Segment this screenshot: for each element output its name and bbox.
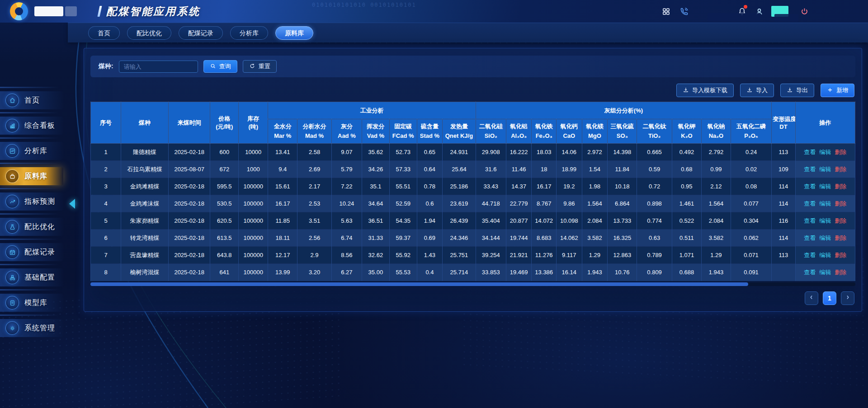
edit-link[interactable]: 编辑 [819, 217, 831, 224]
sidebar-item-analysis-library[interactable]: 分析库 [0, 142, 63, 160]
sub-col-line1: 固定碳 [391, 122, 416, 131]
delete-link[interactable]: 删除 [835, 183, 846, 190]
sub-col-line1: 五氧化二磷 [732, 122, 770, 131]
apps-grid-icon[interactable] [660, 5, 672, 17]
view-link[interactable]: 查看 [804, 183, 816, 190]
tab-coal-blending-records[interactable]: 配煤记录 [179, 26, 223, 40]
cell-value: 0.24 [731, 144, 771, 161]
cell-value: 21.921 [506, 247, 532, 264]
prev-page-button[interactable] [805, 291, 818, 305]
sidebar-item-ratio-optimization[interactable]: 配比优化 [0, 218, 63, 236]
edit-link[interactable]: 编辑 [819, 149, 831, 155]
edit-link[interactable]: 编辑 [819, 166, 831, 173]
cell-value: 35.62 [362, 144, 389, 161]
view-link[interactable]: 查看 [804, 269, 816, 276]
sidebar-item-material-library[interactable]: 原料库 [0, 167, 63, 185]
horizontal-scrollbar-track[interactable] [90, 282, 855, 286]
reset-button[interactable]: 重置 [243, 60, 277, 73]
col-header: 库存(吨) [239, 102, 268, 144]
tab-material-library[interactable]: 原料库 [275, 26, 313, 40]
sub-col-line1: 氧化钠 [703, 122, 730, 131]
view-link[interactable]: 查看 [804, 149, 816, 155]
sidebar-item-home[interactable]: 首页 [0, 91, 63, 109]
user-icon[interactable] [753, 5, 765, 17]
view-link[interactable]: 查看 [804, 166, 816, 173]
phone-icon[interactable] [678, 5, 690, 17]
cell-deformation-temp: 109 [772, 161, 795, 178]
sidebar-item-basic-config[interactable]: 基础配置 [0, 268, 63, 286]
delete-link[interactable]: 删除 [835, 217, 846, 224]
sidebar-item-indicator-forecast[interactable]: 指标预测 [0, 192, 63, 211]
bell-icon[interactable] [736, 5, 748, 17]
import-button[interactable]: 导入 [740, 84, 774, 97]
page-number-button[interactable]: 1 [823, 291, 836, 305]
power-icon[interactable] [798, 5, 810, 17]
delete-link[interactable]: 删除 [835, 200, 846, 207]
delete-link[interactable]: 删除 [835, 234, 846, 241]
sidebar-collapse-arrow[interactable] [69, 199, 75, 209]
cell-value: 0.68 [672, 161, 701, 178]
sub-col-line2: Na₂O [703, 131, 730, 141]
cell-value: 0.665 [637, 144, 672, 161]
edit-link[interactable]: 编辑 [819, 200, 831, 207]
next-page-button[interactable] [841, 291, 854, 305]
query-button[interactable]: 查询 [203, 60, 237, 73]
view-link[interactable]: 查看 [804, 217, 816, 224]
sidebar-item-system-management[interactable]: 系统管理 [0, 319, 63, 337]
cell-value: 9.117 [556, 247, 582, 264]
sub-col-line2: K₂O [673, 131, 700, 141]
delete-link[interactable]: 删除 [835, 149, 846, 155]
edit-link[interactable]: 编辑 [819, 252, 831, 258]
cell-value: 5.63 [331, 212, 362, 230]
cell-value: 22.779 [506, 195, 532, 212]
sidebar-item-label: 原料库 [24, 172, 47, 181]
import-template-download-button[interactable]: 导入模板下载 [676, 84, 734, 97]
add-new-button[interactable]: 新增 [821, 84, 854, 97]
cell-value: 54.35 [389, 212, 417, 230]
cell-value: 12.863 [608, 247, 637, 264]
cell-value: 3.582 [582, 230, 608, 247]
cell-value: 11.84 [608, 161, 637, 178]
view-link[interactable]: 查看 [804, 234, 816, 241]
sidebar-item-model-library[interactable]: 模型库 [0, 294, 63, 312]
download-icon [787, 87, 793, 94]
cell-value: 6.864 [608, 195, 637, 212]
delete-link[interactable]: 删除 [835, 269, 846, 276]
view-link[interactable]: 查看 [804, 200, 816, 207]
cell-value: 9.07 [331, 144, 362, 161]
home-icon [5, 94, 19, 107]
tab-analysis-library[interactable]: 分析库 [230, 26, 268, 40]
col-header-line2: (元/吨) [211, 123, 237, 131]
coal-type-input[interactable] [119, 61, 198, 73]
cell-price: 530.5 [210, 195, 239, 212]
cell-seq: 8 [91, 264, 121, 281]
delete-link[interactable]: 删除 [835, 252, 846, 258]
edit-link[interactable]: 编辑 [819, 269, 831, 276]
cell-value: 16.17 [268, 195, 297, 212]
horizontal-scrollbar-thumb[interactable] [90, 282, 748, 286]
cell-value: 16.325 [608, 230, 637, 247]
sub-col-line2: FCad % [391, 131, 416, 141]
tab-home[interactable]: 首页 [88, 26, 120, 40]
cell-value: 2.12 [701, 178, 731, 195]
sidebar-item-coal-blending-records[interactable]: 配煤记录 [0, 243, 63, 261]
col-header: 煤种 [121, 102, 169, 144]
cell-value: 18 [532, 161, 557, 178]
edit-link[interactable]: 编辑 [819, 234, 831, 241]
cell-value: 6.74 [331, 230, 362, 247]
edit-link[interactable]: 编辑 [819, 183, 831, 190]
sidebar-item-dashboard[interactable]: 综合看板 [0, 117, 63, 135]
export-button[interactable]: 导出 [780, 84, 814, 97]
view-link[interactable]: 查看 [804, 252, 816, 258]
analysis-icon [5, 144, 19, 158]
sub-col-line2: Aad % [333, 131, 361, 141]
tab-ratio-optimization[interactable]: 配比优化 [127, 26, 171, 40]
delete-link[interactable]: 删除 [835, 166, 846, 173]
import-template-download-label: 导入模板下载 [692, 86, 727, 94]
table-row: 1隆德精煤2025-02-186001000013.412.589.0735.6… [91, 144, 855, 161]
raw-material-table: 序号煤种来煤时间价格(元/吨)库存(吨)工业分析灰组分分析(%)变形温度DT操作… [90, 102, 855, 281]
table-head: 序号煤种来煤时间价格(元/吨)库存(吨)工业分析灰组分分析(%)变形温度DT操作… [91, 102, 855, 144]
cell-stock: 100000 [239, 212, 268, 230]
cell-coal-name: 营盘壕精煤 [121, 247, 169, 264]
cell-deformation-temp: 116 [772, 212, 795, 230]
